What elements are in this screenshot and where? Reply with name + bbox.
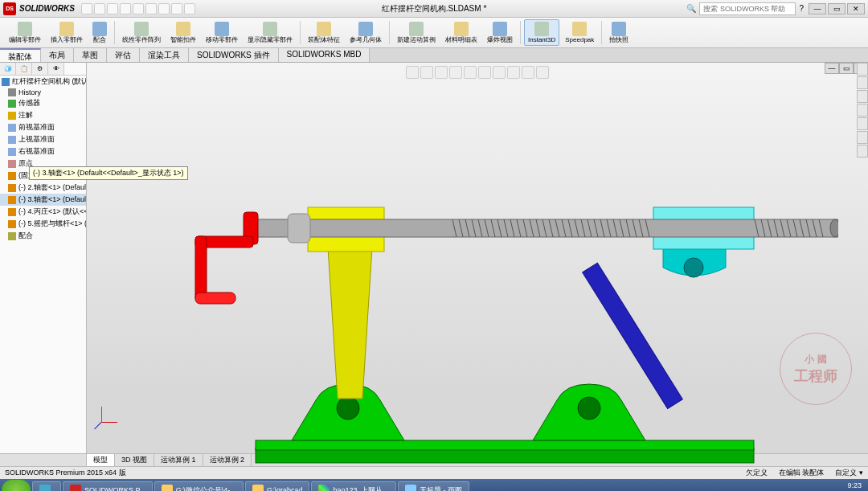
- taskbar-item-1[interactable]: [32, 481, 61, 491]
- cmd-bom[interactable]: 材料明细表: [441, 19, 481, 46]
- qat-more-icon[interactable]: [184, 3, 195, 14]
- cmd-snapshot[interactable]: 拍快照: [605, 19, 633, 46]
- app-logo: DS: [3, 2, 16, 15]
- cmd-smart-fastener[interactable]: 智能扣件: [166, 19, 200, 46]
- cmd-move-component[interactable]: 移动零部件: [202, 19, 242, 46]
- vp-minimize-button[interactable]: —: [825, 63, 839, 74]
- qat-open-icon[interactable]: [94, 3, 105, 14]
- cmd-assembly-feature[interactable]: 装配体特征: [304, 19, 344, 46]
- taskbar-item-paint[interactable]: 无标题 - 画图: [398, 481, 469, 491]
- svg-rect-56: [288, 214, 310, 243]
- taskbar-item-solidworks[interactable]: SOLIDWORKS P...: [63, 481, 153, 491]
- graphics-viewport[interactable]: — ▭ ✕: [87, 63, 868, 453]
- cmd-edit-component[interactable]: 编辑零部件: [5, 19, 45, 46]
- tree-tab-config-icon[interactable]: ⚙: [32, 63, 48, 75]
- tree-front-plane[interactable]: 前视基准面: [0, 121, 86, 133]
- search-icon: 🔍: [686, 4, 696, 13]
- tree-tab-property-icon[interactable]: 📋: [16, 63, 32, 75]
- apply-scene-icon[interactable]: [522, 66, 534, 79]
- tab-layout[interactable]: 布局: [41, 48, 74, 62]
- qat-redo-icon[interactable]: [145, 3, 157, 14]
- system-tray[interactable]: 9:23 2019/4/24: [829, 481, 866, 491]
- tree-part-sleeve1[interactable]: (-) 2.轴套<1> (Default<<D...: [0, 182, 86, 194]
- tree-top-plane[interactable]: 上视基准面: [0, 133, 86, 145]
- status-underdefined: 欠定义: [746, 468, 768, 478]
- minimize-button[interactable]: —: [809, 3, 826, 14]
- title-bar: DS SOLIDWORKS 红杆摆杆空间机构.SLDASM * 🔍 ? — ▭ …: [0, 0, 868, 18]
- taskpane-file-explorer-icon[interactable]: [857, 90, 868, 103]
- cmd-mate[interactable]: 配合: [88, 19, 111, 46]
- qat-print-icon[interactable]: [120, 3, 131, 14]
- cmd-motion-study[interactable]: 新建运动算例: [393, 19, 440, 46]
- cmd-ref-geometry[interactable]: 参考几何体: [346, 19, 386, 46]
- qat-save-icon[interactable]: [107, 3, 118, 14]
- qat-rebuild-icon[interactable]: [158, 3, 170, 14]
- tree-annotations[interactable]: 注解: [0, 109, 86, 121]
- model-tab-model[interactable]: 模型: [87, 454, 115, 466]
- qat-options-icon[interactable]: [171, 3, 182, 14]
- display-style-icon[interactable]: [478, 66, 491, 79]
- tab-addins[interactable]: SOLIDWORKS 插件: [189, 48, 279, 62]
- tree-part-crank[interactable]: (-) 5.摇把与螺杆<1> (Defau...: [0, 218, 86, 230]
- orientation-triad[interactable]: [95, 405, 119, 429]
- tree-right-plane[interactable]: 右视基准面: [0, 145, 86, 158]
- cmd-insert-component[interactable]: 插入零部件: [47, 19, 87, 46]
- svg-point-51: [830, 219, 838, 237]
- view-orient-icon[interactable]: [464, 66, 477, 79]
- tree-mates[interactable]: 配合: [0, 230, 86, 242]
- cmd-instant3d[interactable]: Instant3D: [524, 19, 559, 46]
- tree-tab-display-icon[interactable]: 👁: [48, 63, 64, 75]
- maximize-button[interactable]: ▭: [828, 3, 845, 14]
- taskpane-custom-props-icon[interactable]: [857, 131, 868, 144]
- svg-rect-55: [195, 293, 235, 304]
- cmd-speedpak[interactable]: Speedpak: [561, 19, 598, 46]
- svg-rect-0: [256, 448, 754, 463]
- view-settings-icon[interactable]: [536, 66, 549, 79]
- edit-appearance-icon[interactable]: [507, 66, 520, 79]
- section-view-icon[interactable]: [449, 66, 462, 79]
- start-button[interactable]: [2, 480, 31, 491]
- command-tabs: 装配体 布局 草图 评估 渲染工具 SOLIDWORKS 插件 SOLIDWOR…: [0, 48, 868, 63]
- taskpane-resources-icon[interactable]: [857, 63, 868, 76]
- svg-point-6: [684, 258, 703, 277]
- qat-new-icon[interactable]: [81, 3, 92, 14]
- tab-mbd[interactable]: SOLIDWORKS MBD: [279, 48, 371, 62]
- taskpane-appearances-icon[interactable]: [857, 117, 868, 130]
- taskpane-view-palette-icon[interactable]: [857, 104, 868, 117]
- tree-part-sleeve2[interactable]: (-) 3.轴套<1> (Default<<Default>_显示状态 1>): [0, 194, 86, 206]
- taskbar-item-folder1[interactable]: G:\微信公众号\4-...: [154, 481, 244, 491]
- taskbar-item-folder2[interactable]: G:\grabcad: [245, 481, 310, 491]
- svg-rect-1: [256, 440, 754, 450]
- help-icon[interactable]: ?: [799, 4, 804, 13]
- svg-point-2: [337, 397, 359, 419]
- tree-tab-feature-icon[interactable]: 🧊: [0, 63, 16, 75]
- vp-maximize-button[interactable]: ▭: [839, 63, 854, 74]
- tab-evaluate[interactable]: 评估: [107, 48, 140, 62]
- cmd-exploded-view[interactable]: 爆炸视图: [483, 19, 517, 46]
- windows-taskbar: SOLIDWORKS P... G:\微信公众号\4-... G:\grabca…: [0, 479, 868, 491]
- zoom-fit-icon[interactable]: [406, 66, 419, 79]
- status-custom-menu[interactable]: 自定义 ▾: [835, 468, 863, 478]
- cmd-linear-pattern[interactable]: 线性零件阵列: [118, 19, 165, 46]
- tree-part-bing[interactable]: (-) 4.丙庄<1> (默认<<默认...: [0, 206, 86, 218]
- close-button[interactable]: ✕: [847, 3, 865, 14]
- zoom-area-icon[interactable]: [420, 66, 433, 79]
- taskpane-design-lib-icon[interactable]: [857, 76, 868, 89]
- cmd-show-hide[interactable]: 显示隐藏零部件: [244, 19, 297, 46]
- tree-sensors[interactable]: 传感器: [0, 97, 86, 109]
- taskbar-item-browser[interactable]: hao123_上网从...: [311, 481, 396, 491]
- prev-view-icon[interactable]: [435, 66, 448, 79]
- window-buttons: — ▭ ✕: [809, 3, 865, 14]
- tab-render[interactable]: 渲染工具: [140, 48, 189, 62]
- qat-undo-icon[interactable]: [133, 3, 144, 14]
- task-pane: [857, 63, 868, 158]
- tree-root[interactable]: 红杆摆杆空间机构 (默认<默认...: [0, 76, 86, 88]
- tab-sketch[interactable]: 草图: [74, 48, 107, 62]
- status-editing: 在编辑 装配体: [779, 468, 825, 478]
- tree-history[interactable]: History: [0, 88, 86, 97]
- tab-assembly[interactable]: 装配体: [0, 48, 41, 62]
- search-input[interactable]: [699, 2, 796, 15]
- heads-up-toolbar: [404, 64, 551, 80]
- hide-show-icon[interactable]: [493, 66, 506, 79]
- taskpane-forum-icon[interactable]: [857, 145, 868, 158]
